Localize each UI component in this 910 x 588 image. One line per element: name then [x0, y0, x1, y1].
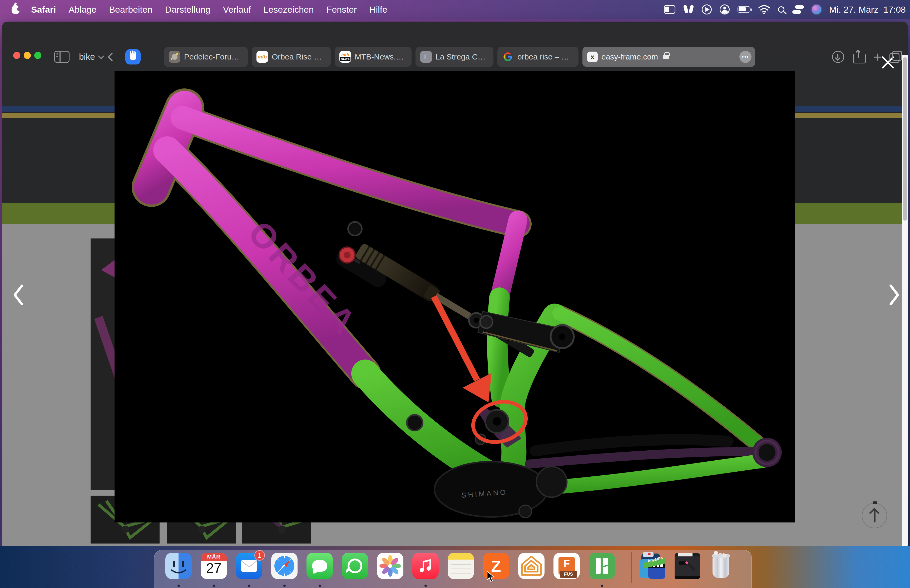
tab-favicon: mtb NEWS [339, 51, 351, 63]
menu-lesezeichen[interactable]: Lesezeichen [263, 5, 314, 15]
dock-icon-music[interactable] [412, 553, 439, 579]
dock-icon-photos[interactable] [377, 553, 403, 579]
page-caption-text: eingefärbten Flächen im Beispielbild sol… [484, 544, 740, 546]
dock-running-dot [425, 585, 427, 587]
tab-mtb-news[interactable]: mtb NEWS MTB-News.de |… [335, 47, 412, 67]
menu-fenster[interactable]: Fenster [327, 5, 357, 15]
dock-icon-image-file[interactable] [675, 553, 700, 579]
dock-icon-messages[interactable] [307, 553, 333, 579]
dock-icon-fusion[interactable]: FFUS [553, 553, 580, 579]
zoom-window-button[interactable] [34, 52, 41, 59]
tab-favicon: mtb [257, 51, 268, 63]
tab-google-search[interactable]: orbea rise – Go… [498, 47, 579, 67]
dock-icon-finder[interactable] [165, 553, 192, 579]
extension-blocker-button[interactable] [125, 47, 141, 67]
apple-logo-icon [11, 5, 19, 14]
minimize-window-button[interactable] [24, 52, 31, 59]
hand-stop-icon [125, 49, 141, 65]
tab-favicon: x [587, 52, 598, 62]
status-bar: Mi. 27. März 17:08 [664, 0, 906, 19]
dock-icon-anymp4[interactable]: AnyMP4 [639, 553, 666, 579]
tab-easy-frame-active[interactable]: x easy-frame.com ••• [582, 47, 755, 67]
calendar-month-label: MÄR [200, 553, 227, 561]
close-window-button[interactable] [13, 52, 20, 59]
dock-running-dot [601, 585, 603, 587]
profile-switcher[interactable]: bike [79, 47, 102, 67]
bike-frame-illustration: ORBEA SHIMANO [115, 71, 795, 522]
dock-running-dot [248, 585, 251, 587]
mail-badge: 1 [254, 550, 265, 561]
dock-icon-home[interactable] [518, 553, 545, 579]
menu-bar: Safari Ablage Bearbeiten Darstellung Ver… [0, 0, 910, 19]
spotlight-icon[interactable] [778, 6, 784, 13]
menu-verlauf[interactable]: Verlauf [223, 5, 251, 15]
dock-icon-notes[interactable] [448, 553, 474, 579]
lightbox-next-button[interactable] [889, 285, 900, 306]
now-playing-icon[interactable] [702, 5, 712, 15]
battery-icon[interactable] [737, 6, 750, 13]
dock-divider [631, 552, 632, 583]
tab-la-strega[interactable]: L La Strega Coole… [415, 47, 493, 67]
safari-window: eingefärbten Flächen im Beispielbild sol… [2, 22, 908, 546]
dock-icon-easyframe[interactable] [589, 553, 615, 579]
share-button[interactable] [849, 47, 868, 67]
apple-menu[interactable] [11, 5, 23, 14]
dock-running-dot [213, 585, 215, 587]
dock-running-dot [178, 585, 180, 587]
page-scrollbar-thumb[interactable] [903, 57, 907, 221]
dock-icon-whatsapp[interactable] [342, 553, 368, 579]
lightbox-prev-button[interactable] [11, 285, 23, 306]
dock-icon-calendar[interactable]: MÄR 27 [200, 553, 227, 579]
menu-bearbeiten[interactable]: Bearbeiten [109, 5, 152, 15]
tab-favicon [169, 51, 180, 63]
screen-mirroring-icon[interactable] [664, 5, 676, 14]
menu-hilfe[interactable]: Hilfe [369, 5, 387, 15]
dock-icon-trash[interactable] [708, 553, 734, 579]
profile-label: bike [79, 52, 95, 62]
safari-tab-bar: bike Pedelec-Forum… mtb Orbea Rise Zug… … [2, 22, 908, 55]
dock-icon-mail[interactable]: 1 [236, 553, 262, 579]
user-account-icon[interactable] [719, 5, 730, 15]
menu-clock[interactable]: Mi. 27. März 17:08 [829, 5, 906, 15]
airpods-icon[interactable] [683, 5, 694, 14]
google-g-icon [502, 51, 514, 63]
mouse-cursor [487, 571, 495, 582]
tab-pedelec-forum[interactable]: Pedelec-Forum… [164, 47, 248, 67]
lightbox-image[interactable]: ORBEA SHIMANO [115, 71, 795, 522]
menu-darstellung[interactable]: Darstellung [165, 5, 210, 15]
calendar-day-label: 27 [200, 561, 227, 579]
sidebar-toggle-button[interactable] [54, 47, 70, 67]
control-center-icon[interactable] [792, 5, 804, 14]
lock-icon [663, 55, 669, 59]
tab-more-button[interactable]: ••• [739, 51, 752, 63]
scroll-to-top-button[interactable] [862, 503, 887, 528]
tab-orbea-rise[interactable]: mtb Orbea Rise Zug… [252, 47, 331, 67]
dock-icon-safari[interactable] [271, 553, 297, 579]
dock-running-dot [283, 585, 286, 587]
new-tab-button[interactable]: + [868, 47, 887, 67]
siri-icon[interactable] [812, 5, 821, 14]
dock-running-dot [318, 585, 321, 587]
tab-overview-button[interactable] [886, 47, 905, 67]
downloads-button[interactable] [829, 47, 847, 67]
tab-favicon: L [420, 51, 432, 63]
menu-ablage[interactable]: Ablage [69, 5, 97, 15]
menu-safari[interactable]: Safari [31, 5, 56, 15]
wifi-icon[interactable] [758, 5, 770, 14]
back-button[interactable] [109, 47, 115, 67]
